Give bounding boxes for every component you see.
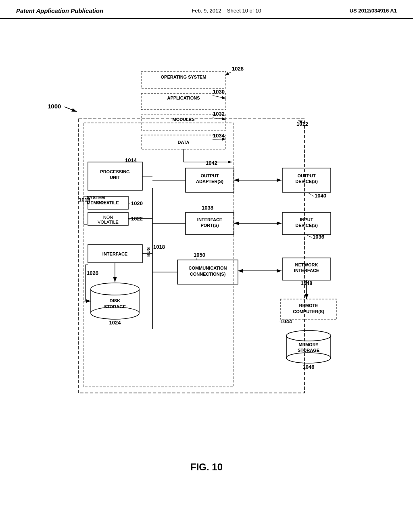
svg-point-99	[286, 353, 331, 363]
svg-text:PORT(S): PORT(S)	[200, 223, 219, 228]
svg-point-50	[91, 283, 139, 295]
svg-text:COMMUNICATION: COMMUNICATION	[188, 266, 227, 270]
svg-text:PROCESSING: PROCESSING	[100, 169, 129, 174]
svg-text:UNIT: UNIT	[110, 175, 120, 180]
svg-text:STORAGE: STORAGE	[104, 304, 126, 309]
page-header: Patent Application Publication Feb. 9, 2…	[0, 0, 413, 19]
svg-text:1046: 1046	[303, 364, 315, 370]
svg-point-95	[286, 330, 331, 341]
svg-text:1040: 1040	[315, 193, 326, 199]
svg-text:APPLICATIONS: APPLICATIONS	[167, 96, 200, 100]
svg-text:MEMORY: MEMORY	[298, 342, 319, 347]
svg-line-43	[129, 219, 130, 220]
date: Feb. 9, 2012	[192, 8, 221, 14]
svg-text:OUTPUT: OUTPUT	[200, 173, 219, 178]
svg-text:REMOTE: REMOTE	[299, 303, 318, 308]
svg-text:BUS: BUS	[146, 247, 151, 257]
svg-line-66	[309, 193, 314, 196]
svg-text:STORAGE: STORAGE	[298, 348, 319, 353]
svg-text:DEVICE(S): DEVICE(S)	[295, 223, 318, 228]
svg-rect-10	[141, 71, 226, 88]
sheet-info: Feb. 9, 2012 Sheet 10 of 10	[192, 8, 261, 14]
svg-text:NON: NON	[103, 215, 113, 220]
diagram-area: 1000 1012 OPERATING SYSTEM 1028 APPLICAT…	[0, 19, 413, 495]
patent-diagram: 1000 1012 OPERATING SYSTEM 1028 APPLICAT…	[0, 19, 413, 495]
publication-title: Patent Application Publication	[16, 7, 103, 14]
svg-text:1026: 1026	[87, 270, 98, 276]
svg-text:1030: 1030	[213, 89, 225, 95]
svg-text:1018: 1018	[153, 244, 165, 250]
svg-text:FIG. 10: FIG. 10	[190, 461, 223, 472]
svg-text:VOLATILE: VOLATILE	[98, 220, 119, 224]
svg-text:CONNECTION(S): CONNECTION(S)	[190, 272, 226, 276]
sheet-number: Sheet 10 of 10	[227, 8, 261, 14]
svg-text:ADAPTER(S): ADAPTER(S)	[196, 179, 223, 184]
svg-text:1042: 1042	[206, 160, 217, 166]
svg-text:INTERFACE: INTERFACE	[102, 251, 127, 256]
patent-number: US 2012/034916 A1	[350, 8, 397, 14]
svg-text:MODULES: MODULES	[173, 117, 195, 122]
svg-text:1024: 1024	[109, 320, 121, 326]
svg-text:1034: 1034	[213, 133, 225, 139]
svg-text:1014: 1014	[125, 157, 137, 163]
svg-text:1028: 1028	[232, 66, 244, 72]
svg-text:1000: 1000	[48, 103, 61, 110]
svg-text:OPERATING SYSTEM: OPERATING SYSTEM	[161, 75, 206, 79]
svg-text:DATA: DATA	[178, 140, 190, 145]
svg-text:1032: 1032	[213, 111, 225, 117]
svg-text:1038: 1038	[202, 205, 213, 211]
svg-line-5	[65, 107, 77, 112]
svg-text:1036: 1036	[313, 234, 324, 240]
svg-line-76	[307, 235, 312, 237]
svg-text:DISK: DISK	[110, 298, 120, 303]
svg-text:NETWORK: NETWORK	[295, 262, 318, 267]
svg-text:COMPUTER(S): COMPUTER(S)	[293, 309, 324, 314]
svg-line-17	[213, 96, 226, 98]
svg-text:VOLATILE: VOLATILE	[97, 200, 119, 205]
svg-text:1050: 1050	[194, 252, 205, 258]
svg-line-25	[213, 139, 226, 139]
svg-line-38	[129, 204, 130, 204]
svg-text:INTERFACE: INTERFACE	[197, 217, 222, 222]
svg-text:1016: 1016	[79, 197, 90, 203]
svg-text:INTERFACE: INTERFACE	[294, 268, 319, 273]
svg-text:1020: 1020	[131, 200, 143, 206]
svg-text:DEVICE(S): DEVICE(S)	[295, 179, 318, 184]
svg-text:OUTPUT: OUTPUT	[297, 173, 316, 178]
svg-text:INPUT: INPUT	[300, 217, 313, 222]
